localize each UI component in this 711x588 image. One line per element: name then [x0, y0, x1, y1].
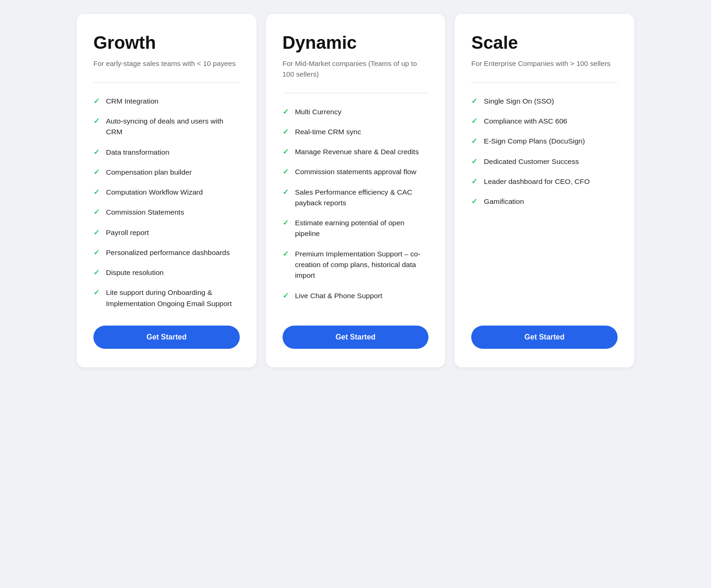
checkmark-icon: ✓	[283, 291, 289, 300]
list-item: ✓Dispute resolution	[93, 267, 240, 278]
plan-subtitle-dynamic: For Mid-Market companies (Teams of up to…	[283, 59, 429, 80]
feature-text: Manage Revenue share & Deal credits	[295, 146, 419, 157]
feature-text: Leader dashboard for CEO, CFO	[484, 176, 590, 187]
features-list-dynamic: ✓Multi Currency✓Real-time CRM sync✓Manag…	[283, 106, 429, 309]
checkmark-icon: ✓	[283, 249, 289, 258]
plan-card-dynamic: DynamicFor Mid-Market companies (Teams o…	[266, 14, 446, 367]
plan-subtitle-growth: For early-stage sales teams with < 10 pa…	[93, 59, 240, 69]
checkmark-icon: ✓	[471, 137, 477, 145]
plan-card-scale: ScaleFor Enterprise Companies with > 100…	[454, 14, 634, 367]
checkmark-icon: ✓	[283, 107, 289, 116]
feature-text: Commission statements approval flow	[295, 166, 416, 177]
feature-text: Dispute resolution	[106, 267, 164, 278]
list-item: ✓Compliance with ASC 606	[471, 116, 618, 126]
plan-title-dynamic: Dynamic	[283, 33, 429, 53]
feature-text: Commission Statements	[106, 207, 184, 217]
list-item: ✓Payroll report	[93, 227, 240, 238]
checkmark-icon: ✓	[93, 148, 99, 157]
plan-divider-growth	[93, 82, 240, 83]
list-item: ✓CRM Integration	[93, 96, 240, 106]
checkmark-icon: ✓	[283, 147, 289, 156]
list-item: ✓Premium Implementation Support – co-cre…	[283, 248, 429, 281]
checkmark-icon: ✓	[93, 117, 99, 125]
list-item: ✓E-Sign Comp Plans (DocuSign)	[471, 136, 618, 146]
feature-text: Estimate earning potential of open pipel…	[295, 217, 429, 239]
checkmark-icon: ✓	[93, 288, 99, 297]
checkmark-icon: ✓	[283, 218, 289, 227]
feature-text: Personalized performance dashboards	[106, 247, 230, 258]
list-item: ✓Dedicated Customer Success	[471, 156, 618, 167]
checkmark-icon: ✓	[93, 168, 99, 176]
get-started-button-scale[interactable]: Get Started	[471, 326, 618, 349]
features-list-growth: ✓CRM Integration✓Auto-syncing of deals a…	[93, 96, 240, 309]
plan-title-scale: Scale	[471, 33, 618, 53]
list-item: ✓Compensation plan builder	[93, 167, 240, 177]
list-item: ✓Sales Performance efficiency & CAC payb…	[283, 187, 429, 209]
feature-text: Compliance with ASC 606	[484, 116, 567, 126]
checkmark-icon: ✓	[93, 97, 99, 105]
checkmark-icon: ✓	[471, 117, 477, 125]
list-item: ✓Commission Statements	[93, 207, 240, 217]
feature-text: Computation Workflow Wizard	[106, 187, 203, 197]
feature-text: Lite support during Onboarding & Impleme…	[106, 287, 240, 309]
plan-card-growth: GrowthFor early-stage sales teams with <…	[77, 14, 257, 367]
checkmark-icon: ✓	[471, 157, 477, 166]
feature-text: E-Sign Comp Plans (DocuSign)	[484, 136, 585, 146]
list-item: ✓Single Sign On (SSO)	[471, 96, 618, 106]
get-started-button-dynamic[interactable]: Get Started	[283, 326, 429, 349]
list-item: ✓Commission statements approval flow	[283, 166, 429, 177]
list-item: ✓Estimate earning potential of open pipe…	[283, 217, 429, 239]
list-item: ✓Gamification	[471, 196, 618, 207]
feature-text: Multi Currency	[295, 106, 342, 117]
checkmark-icon: ✓	[93, 188, 99, 196]
plan-subtitle-scale: For Enterprise Companies with > 100 sell…	[471, 59, 618, 69]
feature-text: Dedicated Customer Success	[484, 156, 579, 167]
feature-text: CRM Integration	[106, 96, 158, 106]
pricing-container: GrowthFor early-stage sales teams with <…	[77, 14, 634, 367]
list-item: ✓Personalized performance dashboards	[93, 247, 240, 258]
checkmark-icon: ✓	[471, 97, 477, 105]
list-item: ✓Real-time CRM sync	[283, 126, 429, 137]
checkmark-icon: ✓	[283, 188, 289, 196]
checkmark-icon: ✓	[93, 208, 99, 216]
list-item: ✓Leader dashboard for CEO, CFO	[471, 176, 618, 187]
feature-text: Sales Performance efficiency & CAC payba…	[295, 187, 429, 209]
feature-text: Payroll report	[106, 227, 149, 238]
checkmark-icon: ✓	[471, 197, 477, 206]
list-item: ✓Multi Currency	[283, 106, 429, 117]
feature-text: Live Chat & Phone Support	[295, 290, 382, 301]
list-item: ✓Manage Revenue share & Deal credits	[283, 146, 429, 157]
feature-text: Single Sign On (SSO)	[484, 96, 554, 106]
feature-text: Auto-syncing of deals and users with CRM	[106, 116, 240, 137]
feature-text: Data transformation	[106, 147, 169, 157]
list-item: ✓Computation Workflow Wizard	[93, 187, 240, 197]
feature-text: Premium Implementation Support – co-crea…	[295, 248, 429, 281]
checkmark-icon: ✓	[93, 268, 99, 277]
list-item: ✓Lite support during Onboarding & Implem…	[93, 287, 240, 309]
checkmark-icon: ✓	[471, 177, 477, 186]
plan-divider-dynamic	[283, 93, 429, 93]
plan-title-growth: Growth	[93, 33, 240, 53]
get-started-button-growth[interactable]: Get Started	[93, 326, 240, 349]
list-item: ✓Auto-syncing of deals and users with CR…	[93, 116, 240, 137]
checkmark-icon: ✓	[283, 127, 289, 136]
feature-text: Gamification	[484, 196, 524, 207]
feature-text: Compensation plan builder	[106, 167, 192, 177]
feature-text: Real-time CRM sync	[295, 126, 361, 137]
list-item: ✓Data transformation	[93, 147, 240, 157]
list-item: ✓Live Chat & Phone Support	[283, 290, 429, 301]
checkmark-icon: ✓	[93, 248, 99, 257]
checkmark-icon: ✓	[283, 167, 289, 176]
plan-divider-scale	[471, 82, 618, 83]
features-list-scale: ✓Single Sign On (SSO)✓Compliance with AS…	[471, 96, 618, 309]
checkmark-icon: ✓	[93, 228, 99, 237]
